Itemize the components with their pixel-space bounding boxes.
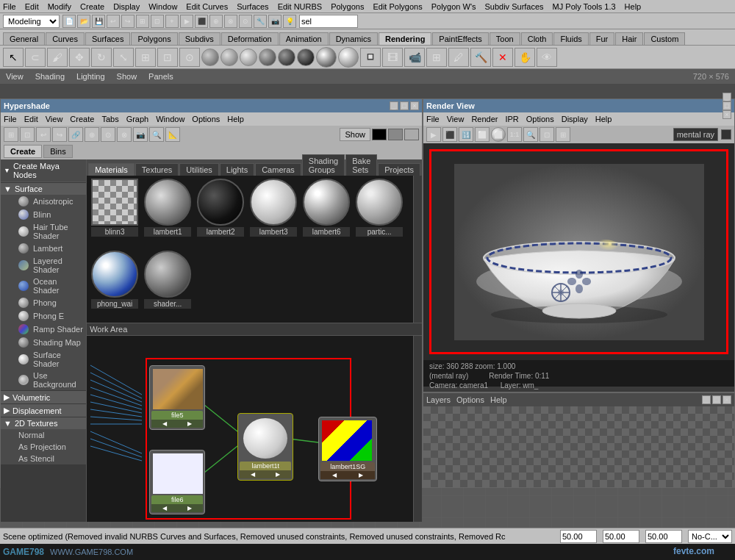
hs-menu-create[interactable]: Create [70,115,94,123]
hs-tb-icon-2[interactable]: ⊡ [20,127,35,142]
hs-tb-icon-8[interactable]: ⊗ [117,127,132,142]
hs-close-button[interactable]: × [410,101,419,110]
sphere4-icon[interactable] [259,49,276,66]
work-area-scrollbar-v[interactable] [413,336,422,522]
rv-menu-display[interactable]: Display [562,115,588,123]
save-icon[interactable]: 💾 [92,15,105,28]
hs-menu-window[interactable]: Window [156,115,184,123]
mat-tab-projects[interactable]: Projects [378,163,420,176]
hs-minimize-button[interactable]: _ [390,101,398,110]
vp-menu-view[interactable]: View [6,72,24,81]
mat-tab-utilities[interactable]: Utilities [179,163,218,176]
lasso-icon[interactable]: ⊂ [25,48,46,67]
tab-hair[interactable]: Hair [615,32,643,45]
vp-menu-panels[interactable]: Panels [148,72,173,81]
node-canvas[interactable]: file5 ◀ ▶ file6 ◀ ▶ [87,336,422,522]
rv-menu-file[interactable]: File [426,115,440,123]
tab-painteffects[interactable]: PaintEffects [432,32,489,45]
hand-icon[interactable]: ✋ [514,48,535,67]
blinn-item[interactable]: Blinn [1,208,86,221]
rv-tb-icon-4[interactable]: ⬜ [475,127,490,142]
layers-menu-help[interactable]: Help [490,395,507,404]
hs-menu-edit[interactable]: Edit [24,115,38,123]
hs-tab-create[interactable]: Create [4,145,42,158]
hs-tb-icon-10[interactable]: 🔍 [149,127,164,142]
as-projection-item[interactable]: As Projection [1,441,86,453]
scale-icon[interactable]: ⤡ [113,48,134,67]
menu-polygon-ws[interactable]: Polygon W's [431,2,476,11]
node-lambert1sg[interactable]: lambert1SG ◀ ▶ [318,417,377,481]
phong-e-item[interactable]: Phong E [1,309,86,323]
menu-polygons[interactable]: Polygons [331,2,364,11]
ocean-shader-item[interactable]: Ocean Shader [1,276,86,296]
hs-tb-icon-11[interactable]: 📐 [165,127,180,142]
rotate-icon[interactable]: ↻ [91,48,112,67]
hs-tb-icon-4[interactable]: ↪ [52,127,67,142]
soft-mod-icon[interactable]: ⊙ [179,48,200,67]
menu-subdiv-surfaces[interactable]: Subdiv Surfaces [484,2,543,11]
rv-maximize-button[interactable]: □ [723,101,731,110]
paint-select-icon[interactable]: 🖌 [47,48,68,67]
layers-menu-options[interactable]: Options [456,395,484,404]
rv-extra-icon[interactable] [721,129,731,140]
grid-icon[interactable]: ⊞ [426,48,447,67]
magnet-icon[interactable]: 🔧 [254,15,267,28]
tab-dynamics[interactable]: Dynamics [329,32,378,45]
rv-tb-icon-ratio[interactable]: 1:1 [507,127,522,142]
node-lambert1t[interactable]: lambert1t ◀ ▶ [237,413,293,481]
undo-icon[interactable]: ↩ [107,15,120,28]
status-value2-input[interactable] [603,530,639,543]
paint2-icon[interactable]: 🖊 [448,48,469,67]
tab-polygons[interactable]: Polygons [131,32,177,45]
hs-tb-icon-9[interactable]: 📷 [133,127,148,142]
mat-tab-textures[interactable]: Textures [135,163,179,176]
mode-selector[interactable]: Modeling Animation Rendering [3,15,60,28]
menu-window[interactable]: Window [148,2,177,11]
rv-menu-help[interactable]: Help [595,115,612,123]
ipr-icon[interactable]: ⬛ [195,15,208,28]
status-value1-input[interactable] [560,530,597,543]
selection-input[interactable] [299,15,358,28]
rv-tb-icon-7[interactable]: ⊡ [539,127,554,142]
flat-sphere-icon[interactable] [338,47,359,68]
lp-maximize-button[interactable]: □ [712,395,721,404]
anisotropic-item[interactable]: Anisotropic [1,195,86,208]
camera-icon[interactable]: 📷 [268,15,282,28]
vp-menu-shading[interactable]: Shading [35,72,65,81]
collapse-icon[interactable]: ▼ [4,167,10,174]
menu-modify[interactable]: Modify [48,2,71,11]
mat-tab-bake-sets[interactable]: Bake Sets [345,154,377,176]
volumetric-section-header[interactable]: ▶ Volumetric [1,391,86,403]
material-lambert3[interactable]: lambert3 [248,179,298,248]
render-sphere-icon[interactable]: 🔲 [360,48,381,67]
hs-tb-icon-6[interactable]: ⊕ [85,127,99,142]
tab-fluids[interactable]: Fluids [553,32,588,45]
select-tool-icon[interactable]: ↖ [3,48,24,67]
mat-tab-shading-groups[interactable]: Shading Groups [302,154,345,176]
lp-minimize-button[interactable]: _ [702,395,711,404]
hs-menu-help[interactable]: Help [227,115,244,123]
move-icon[interactable]: ✥ [69,48,90,67]
tab-curves[interactable]: Curves [46,32,85,45]
menu-edit[interactable]: Edit [25,2,39,11]
tab-deformation[interactable]: Deformation [221,32,279,45]
hs-tb-icon-3[interactable]: ↩ [36,127,51,142]
hs-tb-icon-7[interactable]: ⊙ [101,127,115,142]
hs-menu-view[interactable]: View [46,115,63,123]
open-icon[interactable]: 📂 [77,15,90,28]
mat-tab-lights[interactable]: Lights [220,163,254,176]
material-blinn3[interactable]: blinn3 [90,179,140,248]
use-background-item[interactable]: Use Background [1,370,86,390]
tab-fur[interactable]: Fur [589,32,615,45]
tab-rendering[interactable]: Rendering [379,32,431,45]
material-lambert2[interactable]: lambert2 [196,179,245,248]
wrench-icon[interactable]: 🔨 [470,48,491,67]
tool1-icon[interactable]: ⊕ [209,15,223,28]
sphere6-icon[interactable] [297,49,315,66]
mat-tab-cameras[interactable]: Cameras [255,163,301,176]
snap-icon[interactable]: ⊞ [136,15,149,28]
ramp-shader-item[interactable]: Ramp Shader [1,323,86,336]
status-value3-input[interactable] [645,530,682,543]
cross-icon[interactable]: ✕ [492,48,513,67]
shading-map-item[interactable]: Shading Map [1,336,86,349]
